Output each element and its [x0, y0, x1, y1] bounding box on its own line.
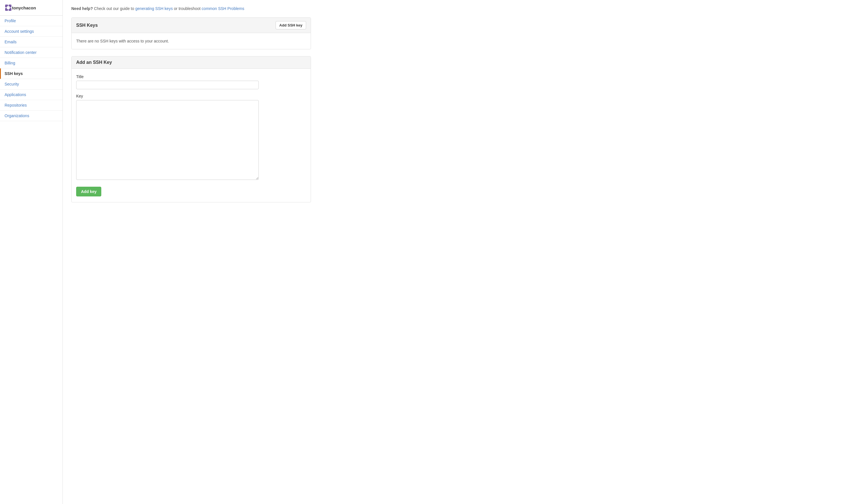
help-separator: or troubleshoot — [174, 6, 202, 11]
add-key-button[interactable]: Add key — [76, 187, 101, 196]
help-prefix: Need help? — [71, 6, 93, 11]
ssh-keys-panel-body: There are no SSH keys with access to you… — [72, 33, 311, 49]
title-input[interactable] — [76, 81, 259, 89]
sidebar-item-billing[interactable]: Billing — [0, 58, 63, 68]
sidebar-item-account-settings[interactable]: Account settings — [0, 26, 63, 37]
generating-ssh-keys-link[interactable]: generating SSH keys — [135, 6, 173, 11]
sidebar-link-ssh-keys[interactable]: SSH keys — [1, 68, 63, 79]
sidebar-item-security[interactable]: Security — [0, 79, 63, 90]
sidebar-link-profile[interactable]: Profile — [0, 16, 63, 26]
ssh-keys-panel-header: SSH Keys Add SSH key — [72, 18, 311, 33]
user-icon — [4, 4, 12, 12]
sidebar-item-repositories[interactable]: Repositories — [0, 100, 63, 111]
sidebar-link-billing[interactable]: Billing — [0, 58, 63, 68]
add-ssh-key-form-body: Title Key Add key — [72, 69, 311, 202]
common-ssh-problems-link[interactable]: common SSH Problems — [202, 6, 244, 11]
key-label: Key — [76, 94, 306, 98]
sidebar-link-organizations[interactable]: Organizations — [0, 111, 63, 121]
ssh-keys-panel: SSH Keys Add SSH key There are no SSH ke… — [71, 17, 311, 49]
sidebar-link-emails[interactable]: Emails — [0, 37, 63, 47]
sidebar-link-account-settings[interactable]: Account settings — [0, 26, 63, 36]
add-ssh-key-panel-title: Add an SSH Key — [76, 60, 112, 65]
no-ssh-keys-message: There are no SSH keys with access to you… — [76, 39, 306, 43]
title-label: Title — [76, 74, 306, 79]
add-ssh-key-panel: Add an SSH Key Title Key Add key — [71, 56, 311, 202]
page-layout: tonychacon ProfileAccount settingsEmails… — [0, 0, 845, 504]
title-form-group: Title — [76, 74, 306, 89]
sidebar-item-profile[interactable]: Profile — [0, 16, 63, 26]
add-ssh-key-button[interactable]: Add SSH key — [276, 21, 306, 29]
sidebar-item-applications[interactable]: Applications — [0, 90, 63, 100]
key-form-group: Key — [76, 94, 306, 180]
sidebar-link-repositories[interactable]: Repositories — [0, 100, 63, 110]
sidebar-link-applications[interactable]: Applications — [0, 90, 63, 100]
add-ssh-key-panel-header: Add an SSH Key — [72, 56, 311, 69]
key-textarea[interactable] — [76, 100, 259, 180]
sidebar-user: tonychacon — [0, 0, 63, 16]
svg-rect-4 — [7, 6, 10, 9]
sidebar: tonychacon ProfileAccount settingsEmails… — [0, 0, 63, 504]
sidebar-navigation: ProfileAccount settingsEmailsNotificatio… — [0, 16, 63, 121]
sidebar-item-emails[interactable]: Emails — [0, 37, 63, 47]
sidebar-item-notification-center[interactable]: Notification center — [0, 47, 63, 58]
sidebar-item-organizations[interactable]: Organizations — [0, 111, 63, 121]
main-content: Need help? Check out our guide to genera… — [63, 0, 319, 504]
sidebar-username: tonychacon — [12, 5, 36, 10]
sidebar-item-ssh-keys[interactable]: SSH keys — [0, 68, 63, 79]
ssh-keys-panel-title: SSH Keys — [76, 23, 98, 28]
sidebar-link-notification-center[interactable]: Notification center — [0, 47, 63, 58]
sidebar-link-security[interactable]: Security — [0, 79, 63, 89]
help-text: Need help? Check out our guide to genera… — [71, 6, 311, 12]
help-middle: Check out our guide to — [94, 6, 135, 11]
